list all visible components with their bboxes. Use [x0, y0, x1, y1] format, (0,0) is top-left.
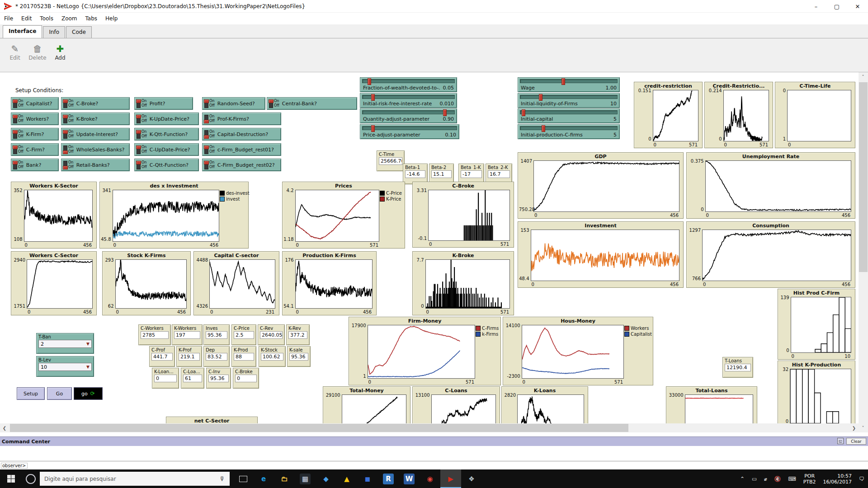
- language-indicator[interactable]: PORPTB2: [800, 473, 820, 485]
- switch-retail-banks[interactable]: OnOffRetail-Banks?: [61, 159, 130, 171]
- switch-knob-icon[interactable]: [63, 115, 68, 118]
- slider-price[interactable]: Price-adjust-parameter0.10: [360, 124, 459, 139]
- switch-capitalist[interactable]: OnOffCapitalist?: [11, 97, 59, 110]
- go-button[interactable]: Go: [47, 387, 72, 400]
- slider-interest[interactable]: Initial-risk-free-interest-rate0.010: [360, 93, 457, 108]
- switch-c-qtt-function[interactable]: OnOffC-Qtt-Function?: [134, 159, 199, 171]
- switch-central-bank[interactable]: OnOffCentral-Bank?: [267, 97, 357, 110]
- close-button[interactable]: ✕: [847, 0, 868, 13]
- slider-knob-icon[interactable]: [522, 109, 525, 116]
- horizontal-scrollbar[interactable]: ❮ ❯: [0, 423, 859, 432]
- horizontal-scrollbar-thumb[interactable]: [10, 424, 628, 432]
- switch-prof-k-firms[interactable]: OnOffProf-K-Firms?: [202, 113, 281, 125]
- switch-knob-icon[interactable]: [63, 166, 68, 169]
- switch-knob-icon[interactable]: [13, 115, 18, 118]
- switch-knob-icon[interactable]: [13, 145, 18, 149]
- taskbar-app-chrome-icon[interactable]: ◉: [420, 469, 440, 488]
- minimize-button[interactable]: –: [806, 0, 826, 13]
- taskbar-search-input[interactable]: Digite aqui para pesquisar 🎙: [40, 472, 230, 486]
- menu-help[interactable]: Help: [101, 14, 122, 23]
- keyboard-icon[interactable]: ⌨: [784, 476, 799, 482]
- switch-knob-icon[interactable]: [63, 99, 68, 103]
- switch-k-broke[interactable]: OnOffK-Broke?: [61, 113, 130, 125]
- taskbar-app-netlogo-icon[interactable]: ▶: [440, 469, 461, 488]
- go-forever-button[interactable]: go⟳: [74, 387, 103, 400]
- switch-knob-icon[interactable]: [136, 161, 141, 164]
- switch-update-interest[interactable]: OnOffUpdate-Interest?: [61, 128, 130, 141]
- switch-knob-icon[interactable]: [136, 145, 141, 149]
- notification-center-icon[interactable]: 🗨: [855, 476, 868, 482]
- slider-wage[interactable]: Wage1.00: [518, 77, 620, 92]
- menu-tabs[interactable]: Tabs: [81, 14, 102, 23]
- menu-edit[interactable]: Edit: [17, 14, 36, 23]
- switch-capital-destruction[interactable]: OnOffCapital-Destruction?: [202, 128, 281, 141]
- switch-knob-icon[interactable]: [204, 161, 209, 164]
- scroll-left-icon[interactable]: ❮: [0, 423, 9, 432]
- battery-icon[interactable]: ▭: [748, 476, 760, 482]
- switch-profit[interactable]: OnOffProfit?: [134, 97, 193, 110]
- menu-tools[interactable]: Tools: [36, 14, 57, 23]
- switch-knob-icon[interactable]: [204, 99, 209, 103]
- slider-knob-icon[interactable]: [561, 78, 565, 85]
- vertical-scrollbar-thumb[interactable]: [859, 82, 868, 272]
- chooser-dropdown-icon[interactable]: ▼: [86, 365, 90, 369]
- switch-knob-icon[interactable]: [204, 120, 209, 123]
- slider-knob-icon[interactable]: [539, 94, 542, 101]
- tab-info[interactable]: Info: [43, 26, 65, 38]
- tray-chevron-up-icon[interactable]: ⌃: [736, 476, 748, 482]
- slider-liquidity[interactable]: Initial-liquidity-of-Firms10: [518, 93, 620, 108]
- maximize-button[interactable]: ▢: [826, 0, 847, 13]
- switch-knob-icon[interactable]: [13, 99, 18, 103]
- vertical-scrollbar[interactable]: ˄ ˅: [859, 72, 868, 432]
- switch-wholesales-banks[interactable]: OnOffWholeSales-Banks?: [61, 143, 130, 156]
- scroll-right-icon[interactable]: ❯: [849, 423, 859, 432]
- chooser-dropdown-icon[interactable]: ▼: [86, 342, 90, 346]
- volume-muted-icon[interactable]: 🔇: [770, 476, 784, 482]
- switch-c-update-price[interactable]: OnOffC-UpDate-Price?: [134, 143, 199, 156]
- slider-knob-icon[interactable]: [371, 94, 375, 101]
- command-center-input[interactable]: observer>: [0, 461, 868, 469]
- switch-knob-icon[interactable]: [136, 130, 141, 134]
- menu-file[interactable]: File: [0, 14, 17, 23]
- taskbar-app-alert-icon[interactable]: ▲: [336, 469, 357, 488]
- slider-knob-icon[interactable]: [371, 125, 375, 132]
- slider-knob-icon[interactable]: [542, 125, 545, 132]
- switch-knob-icon[interactable]: [13, 161, 18, 164]
- switch-k-qtt-function[interactable]: OnOffK-Qtt-Function?: [134, 128, 199, 141]
- tab-interface[interactable]: Interface: [3, 25, 42, 38]
- menu-zoom[interactable]: Zoom: [57, 14, 81, 23]
- switch-k-firm[interactable]: OnOffK-Firm?: [11, 128, 59, 141]
- edit-button[interactable]: ✎ Edit: [4, 43, 26, 61]
- scroll-up-icon[interactable]: ˄: [859, 72, 868, 81]
- start-button[interactable]: [0, 469, 22, 488]
- slider-fraction[interactable]: Fraction-of-wealth-devoted-to-...0.05: [360, 77, 457, 92]
- switch-c-firm-budget-rest02[interactable]: OnOffC-Firm_Budget_rest02?: [202, 159, 281, 171]
- taskbar-app-dropbox-icon[interactable]: ◆: [316, 469, 336, 488]
- command-center-clear-button[interactable]: Clear: [846, 438, 866, 445]
- taskbar-app-app-blue-icon[interactable]: ◼: [357, 469, 378, 488]
- slider-knob-icon[interactable]: [368, 78, 371, 85]
- microphone-icon[interactable]: 🎙: [219, 475, 225, 482]
- switch-knob-icon[interactable]: [269, 99, 274, 103]
- slider-knob-icon[interactable]: [443, 109, 447, 116]
- task-view-button[interactable]: [233, 469, 253, 488]
- slider-production[interactable]: Initial-production-C-firms5: [518, 124, 620, 139]
- tab-code[interactable]: Code: [66, 26, 92, 38]
- setup-button[interactable]: Setup: [17, 387, 45, 400]
- cortana-icon[interactable]: [22, 469, 40, 488]
- chooser-b-lev[interactable]: B-Lev10▼: [36, 356, 94, 377]
- switch-workers[interactable]: OnOffWorkers?: [11, 113, 59, 125]
- taskbar-app-rstudio-icon[interactable]: R: [378, 469, 399, 488]
- taskbar-app-file-explorer-icon[interactable]: 🗀: [274, 469, 295, 488]
- network-signal-icon[interactable]: ⸙: [760, 476, 770, 482]
- add-widget-button[interactable]: ✚ Add: [49, 43, 71, 61]
- switch-knob-icon[interactable]: [13, 130, 18, 134]
- chooser-t-ban[interactable]: T-Ban2▼: [36, 333, 94, 354]
- taskbar-app-edge-icon[interactable]: e: [253, 469, 274, 488]
- slider-capital[interactable]: Initial-capital5: [518, 108, 620, 123]
- switch-knob-icon[interactable]: [136, 99, 141, 103]
- taskbar-app-extra-app-icon[interactable]: ❖: [461, 469, 482, 488]
- taskbar-app-word-icon[interactable]: W: [399, 469, 420, 488]
- command-center-popout-icon[interactable]: ◱: [837, 438, 844, 444]
- switch-knob-icon[interactable]: [204, 135, 209, 139]
